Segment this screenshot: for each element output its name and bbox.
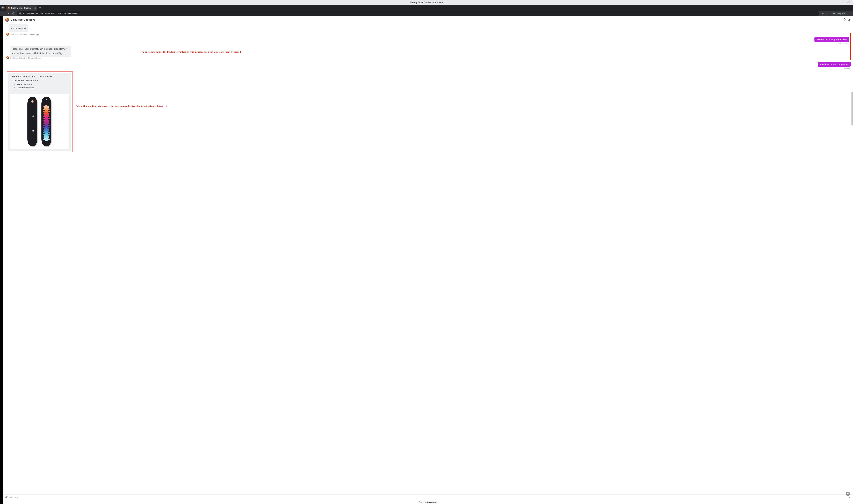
tab-favicon-icon xyxy=(7,7,10,9)
bot-author: ChicCloset Collective xyxy=(10,34,26,36)
chatbot-page: ChicCloset Collective you further! xyxy=(3,16,853,504)
user-timestamp: 51 seconds ago xyxy=(836,42,849,44)
footer-brand[interactable]: ChicCloset xyxy=(427,501,437,503)
window-maximize-button[interactable]: □ xyxy=(846,1,849,3)
footer-prefix: Power by xyxy=(419,501,427,503)
bot-message: Please enter your information in the pop… xyxy=(6,46,73,59)
tab-title: Shopify Store Chatbot xyxy=(11,7,31,9)
incognito-badge[interactable]: Incognito xyxy=(831,12,847,15)
product-image xyxy=(11,94,69,149)
bot-message-text: Please enter your information in the pop… xyxy=(12,48,67,54)
bot-message-bubble: Here are some additional products we sel… xyxy=(8,73,71,151)
toolbar-right: Incognito ⋮ xyxy=(822,12,851,15)
bot-avatar-icon xyxy=(6,33,9,36)
svg-point-11 xyxy=(31,130,31,131)
browser-tab-strip: Shopify Store Chatbot × + xyxy=(0,5,853,11)
user-message-text: where can I put my information xyxy=(816,38,847,41)
new-tab-button[interactable]: + xyxy=(39,6,41,9)
page-frame: ChicCloset Collective you further! xyxy=(0,16,853,504)
snowboard-illustration-icon xyxy=(16,95,63,148)
incognito-label: Incognito xyxy=(836,12,845,15)
window-controls: – □ × xyxy=(842,1,852,3)
page-footer: Power by ChicCloset xyxy=(3,500,853,504)
voice-input-button[interactable] xyxy=(848,496,851,499)
svg-point-3 xyxy=(32,114,33,114)
svg-point-5 xyxy=(31,115,31,115)
chatbot-header: ChicCloset Collective xyxy=(3,16,853,23)
svg-point-7 xyxy=(33,115,34,115)
extensions-icon[interactable] xyxy=(827,12,829,15)
svg-point-13 xyxy=(33,130,34,131)
price-value: $749.95 xyxy=(23,83,32,86)
message-input[interactable] xyxy=(10,496,847,499)
user-message: what else product do you sell just now xyxy=(5,62,851,69)
svg-point-19 xyxy=(33,132,34,133)
bot-avatar-icon xyxy=(6,56,9,59)
play-audio-button[interactable] xyxy=(22,27,25,30)
browser-tab[interactable]: Shopify Store Chatbot × xyxy=(6,5,37,11)
browser-menu-button[interactable]: ⋮ xyxy=(849,12,851,15)
bot-timestamp: · 1 minute ago xyxy=(27,34,39,36)
svg-point-17 xyxy=(31,132,31,133)
site-info-icon[interactable] xyxy=(19,12,21,15)
bot-message: you further! xyxy=(5,24,851,32)
svg-point-8 xyxy=(31,116,31,116)
tab-search-button[interactable] xyxy=(1,6,5,10)
svg-point-16 xyxy=(33,131,34,132)
svg-point-18 xyxy=(32,132,33,133)
user-timestamp: just now xyxy=(844,67,851,69)
svg-point-4 xyxy=(33,114,34,114)
browser-toolbar: script.khealth.pro/chatbot-iframe/65d53b… xyxy=(0,11,853,16)
product-spacer xyxy=(14,89,69,93)
window-titlebar: Shopify Store Chatbot - Chromium – □ × xyxy=(0,0,853,5)
address-bar[interactable]: script.khealth.pro/chatbot-iframe/65d53b… xyxy=(17,11,819,16)
annotation-box-2: Here are some additional products we sel… xyxy=(7,71,73,152)
composer xyxy=(3,494,853,500)
svg-point-9 xyxy=(32,116,33,116)
bookmark-star-icon[interactable] xyxy=(822,12,824,15)
chat-scroll-area[interactable]: you further! ChicCloset Collective · 1 m… xyxy=(3,23,853,494)
download-transcript-button[interactable] xyxy=(848,18,851,21)
play-audio-button[interactable] xyxy=(59,52,62,55)
description-label: Description: xyxy=(17,86,30,89)
refresh-chat-button[interactable] xyxy=(843,18,846,21)
store-name: ChicCloset Collective xyxy=(11,18,35,21)
scroll-to-bottom-button[interactable] xyxy=(846,492,850,496)
incognito-icon xyxy=(833,12,835,15)
left-gutter xyxy=(0,16,3,504)
annotation-box-1: ChicCloset Collective · 1 minute ago whe… xyxy=(5,33,851,60)
user-message-bubble: what else product do you sell xyxy=(818,62,851,67)
window-minimize-button[interactable]: – xyxy=(842,1,845,3)
svg-point-15 xyxy=(32,131,33,132)
bot-message-text: you further! xyxy=(11,27,22,30)
bot-timestamp: · 50 seconds ago xyxy=(27,57,41,59)
product-list: The Hidden Snowboard Price: $749.95 Desc… xyxy=(11,79,69,92)
annotation-text-1: The customer inputs the leads informatio… xyxy=(140,51,241,53)
store-avatar-icon xyxy=(5,18,9,22)
url-text: script.khealth.pro/chatbot-iframe/65d53b… xyxy=(23,12,79,15)
attach-file-button[interactable] xyxy=(5,496,8,499)
product-name: The Hidden Snowboard xyxy=(13,79,38,82)
svg-point-10 xyxy=(33,116,34,116)
nav-back-button[interactable] xyxy=(2,12,4,15)
annotation-text-2: AI chatbot continues to answer the quest… xyxy=(76,105,167,107)
bot-message-bubble: Please enter your information in the pop… xyxy=(10,46,71,57)
scrollbar-thumb[interactable] xyxy=(851,91,853,126)
svg-point-6 xyxy=(32,115,33,115)
nav-reload-button[interactable] xyxy=(12,12,15,15)
svg-point-14 xyxy=(31,131,31,132)
product-price-row: Price: $749.95 xyxy=(14,83,69,86)
svg-point-12 xyxy=(32,130,33,131)
bot-message-bubble: you further! xyxy=(9,24,28,32)
svg-point-2 xyxy=(31,114,31,114)
bot-author: ChicCloset Collective xyxy=(10,57,26,59)
product-intro: Here are some additional products we sel… xyxy=(11,75,69,78)
window-close-button[interactable]: × xyxy=(849,1,852,3)
nav-forward-button[interactable] xyxy=(7,12,10,15)
description-value: null xyxy=(30,86,34,89)
tab-close-button[interactable]: × xyxy=(34,7,36,10)
user-message: where can I put my information 51 second… xyxy=(6,37,849,44)
svg-point-20 xyxy=(46,99,47,100)
price-label: Price: xyxy=(17,83,23,86)
user-message-text: what else product do you sell xyxy=(820,63,849,66)
